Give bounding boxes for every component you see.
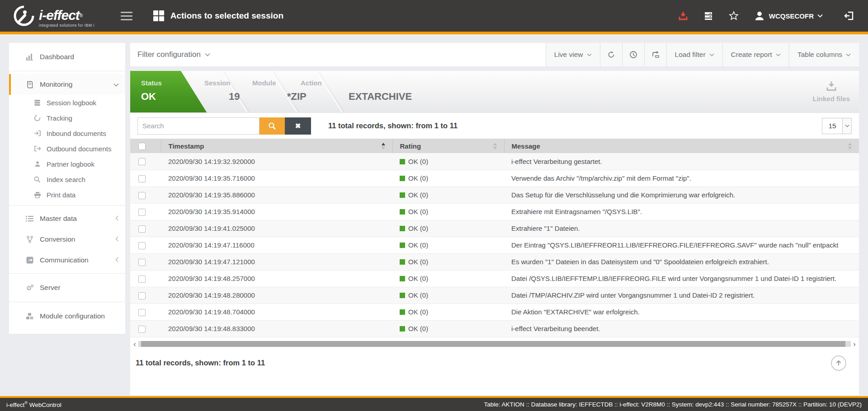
- row-checkbox[interactable]: [138, 175, 146, 182]
- row-rating: OK (0): [408, 191, 428, 199]
- sort-icons: [493, 143, 497, 149]
- page-size-value: 15: [822, 118, 842, 134]
- clock-icon: [629, 51, 637, 59]
- divider: [9, 273, 125, 274]
- row-timestamp: 2020/09/30 14:19:35.716000: [161, 170, 392, 187]
- row-checkbox[interactable]: [138, 326, 146, 333]
- table-row[interactable]: 2020/09/30 14:19:35.914000 OK (0) Extrah…: [130, 203, 859, 220]
- sidebar-item-dashboard[interactable]: Dashboard: [9, 46, 125, 68]
- table-row[interactable]: 2020/09/30 14:19:48.280000 OK (0) Datei …: [130, 287, 859, 304]
- sidebar-item-outbound-documents[interactable]: Outbound documents: [9, 141, 125, 156]
- rating-ok-square: [400, 326, 405, 332]
- menu-toggle-icon[interactable]: [121, 9, 132, 23]
- horizontal-scrollbar: ‹ ›: [130, 341, 859, 347]
- row-checkbox[interactable]: [138, 259, 146, 266]
- column-header-message[interactable]: Message: [504, 139, 859, 153]
- page-size-select[interactable]: 15: [822, 118, 852, 134]
- table-row[interactable]: 2020/09/30 14:19:41.025000 OK (0) Extrah…: [130, 220, 859, 237]
- sidebar-item-communication[interactable]: Communication: [9, 250, 125, 271]
- row-rating: OK (0): [408, 308, 428, 316]
- sidebar-item-partner-logbook[interactable]: Partner logbook: [9, 156, 125, 172]
- row-checkbox[interactable]: [138, 292, 146, 299]
- sidebar-item-module-configuration[interactable]: Module configuration: [9, 305, 125, 327]
- history-button[interactable]: [622, 43, 644, 66]
- table-row[interactable]: 2020/09/30 14:19:48.257000 OK (0) Datei …: [130, 270, 859, 287]
- table-row[interactable]: 2020/09/30 14:19:47.121000 OK (0) Es wur…: [130, 253, 859, 270]
- tab-action-value: EXTARCHIVE: [349, 91, 412, 103]
- printer-icon: [33, 191, 41, 198]
- live-view-button[interactable]: Live view: [546, 43, 600, 66]
- row-checkbox[interactable]: [138, 158, 146, 165]
- row-checkbox[interactable]: [138, 225, 146, 233]
- load-filter-button[interactable]: Load filter: [666, 43, 722, 66]
- tab-session-label: Session: [204, 79, 231, 87]
- sidebar-item-conversion[interactable]: Conversion: [9, 229, 125, 250]
- search-button[interactable]: [259, 117, 285, 135]
- dashboard-icon: [25, 53, 34, 61]
- row-message: Verwende das Archiv "/tmp/archiv.zip" mi…: [504, 170, 859, 187]
- download-icon[interactable]: [678, 10, 689, 21]
- table-row[interactable]: 2020/09/30 14:19:47.116000 OK (0) Der Ei…: [130, 237, 859, 253]
- select-all-checkbox[interactable]: [138, 143, 146, 150]
- column-header-timestamp[interactable]: Timestamp: [161, 139, 392, 153]
- sidebar-item-server[interactable]: Server: [9, 276, 125, 299]
- transfer-icon: [651, 51, 660, 59]
- row-checkbox[interactable]: [138, 276, 146, 283]
- row-timestamp: 2020/09/30 14:19:48.280000: [161, 287, 392, 304]
- page-title: Actions to selected session: [170, 11, 283, 21]
- chevron-down-icon: [846, 53, 851, 56]
- filter-configuration-toggle[interactable]: Filter configuration: [130, 43, 210, 66]
- tab-session-value: 19: [229, 91, 240, 103]
- refresh-button[interactable]: [600, 43, 622, 66]
- clear-icon: ✖: [295, 122, 301, 130]
- select-all-header[interactable]: [130, 139, 161, 153]
- scroll-right-icon[interactable]: ›: [852, 341, 857, 347]
- sidebar-item-tracking[interactable]: Tracking: [9, 110, 125, 126]
- sidebar-item-inbound-documents[interactable]: Inbound documents: [9, 126, 125, 141]
- row-checkbox[interactable]: [138, 209, 146, 216]
- row-timestamp: 2020/09/30 14:19:47.121000: [161, 253, 392, 270]
- refresh-icon: [607, 51, 615, 59]
- create-report-button[interactable]: Create report: [722, 43, 789, 66]
- row-timestamp: 2020/09/30 14:19:32.920000: [161, 153, 392, 170]
- sidebar-item-label: Session logbook: [47, 99, 96, 107]
- logout-icon[interactable]: [844, 10, 854, 21]
- search-input[interactable]: [137, 117, 259, 135]
- scroll-to-top-button[interactable]: [831, 355, 846, 371]
- table-row[interactable]: 2020/09/30 14:19:32.920000 OK (0) i-effe…: [130, 153, 859, 170]
- transfer-button[interactable]: [644, 43, 666, 66]
- row-rating: OK (0): [408, 224, 428, 232]
- server-icon[interactable]: [703, 10, 714, 21]
- linked-files-button[interactable]: Linked files: [812, 81, 850, 103]
- column-header-rating[interactable]: Rating: [392, 139, 504, 153]
- clear-search-button[interactable]: ✖: [285, 117, 311, 135]
- chevron-down-icon: [776, 53, 781, 56]
- row-checkbox[interactable]: [138, 242, 146, 249]
- sidebar-item-monitoring[interactable]: Monitoring: [9, 74, 125, 95]
- table-row[interactable]: 2020/09/30 14:19:35.716000 OK (0) Verwen…: [130, 170, 859, 187]
- row-rating: OK (0): [408, 258, 428, 266]
- scroll-left-icon[interactable]: ‹: [132, 341, 137, 347]
- sidebar-item-label: Print data: [47, 191, 75, 199]
- sidebar-item-print-data[interactable]: Print data: [9, 187, 125, 202]
- logo-swoosh-icon: [13, 5, 35, 27]
- chevron-down-icon: [817, 14, 823, 18]
- sidebar-item-index-search[interactable]: Index search: [9, 172, 125, 187]
- table-columns-button[interactable]: Table columns: [789, 43, 859, 66]
- user-menu[interactable]: WCQSECOFR: [754, 10, 823, 22]
- sidebar-item-master-data[interactable]: Master data: [9, 208, 125, 229]
- row-checkbox[interactable]: [138, 309, 146, 316]
- star-icon[interactable]: [728, 10, 739, 21]
- row-checkbox[interactable]: [138, 192, 146, 199]
- records-table: Timestamp Rating Message 2020/09/30 14:1…: [130, 139, 859, 337]
- live-view-label: Live view: [554, 51, 583, 59]
- table-row[interactable]: 2020/09/30 14:19:48.833000 OK (0) i-effe…: [130, 320, 859, 337]
- table-row[interactable]: 2020/09/30 14:19:48.704000 OK (0) Die Ak…: [130, 304, 859, 320]
- table-row[interactable]: 2020/09/30 14:19:35.886000 OK (0) Das Se…: [130, 187, 859, 203]
- row-message: Datei /QSYS.LIB/IEFFTEMP.LIB/IEFFREORG.F…: [504, 270, 859, 287]
- scrollbar-track[interactable]: [138, 341, 851, 347]
- chevron-down-icon: [587, 53, 592, 56]
- scrollbar-thumb[interactable]: [141, 341, 845, 347]
- sidebar-item-session-logbook[interactable]: Session logbook: [9, 95, 125, 110]
- rating-ok-square: [400, 293, 405, 298]
